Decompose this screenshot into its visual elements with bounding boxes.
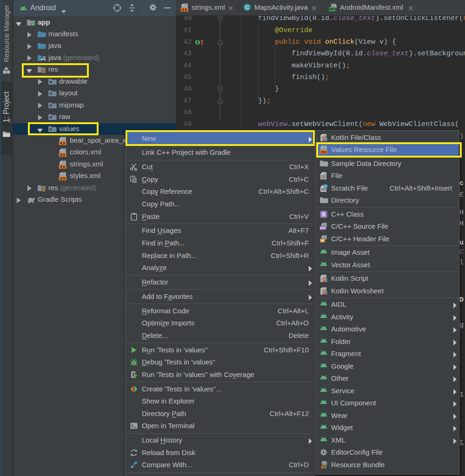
svg-text:C: C: [246, 5, 249, 10]
svg-text:C++: C++: [320, 226, 326, 230]
svg-text:MF: MF: [330, 7, 335, 11]
svg-text:H: H: [321, 238, 324, 243]
svg-text:S: S: [322, 212, 325, 217]
